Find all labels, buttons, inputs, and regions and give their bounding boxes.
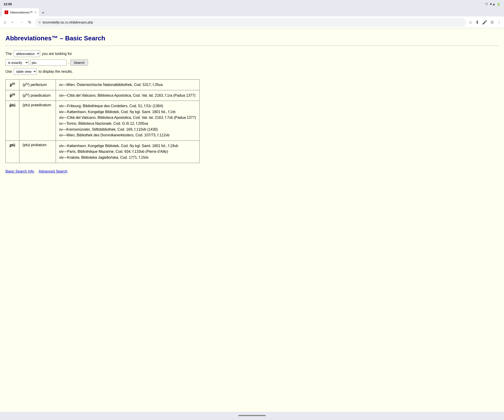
search-prefix-text: The — [6, 52, 12, 56]
tab-close-button[interactable]: × — [34, 11, 36, 14]
abbreviation-symbol: ꝑtū — [6, 80, 19, 90]
abbreviation-symbol: ꝑtū — [6, 140, 19, 163]
tabs-button[interactable]: ① — [490, 20, 494, 25]
nav-bar: ⌂ ← → ↻ ⊙ locomotiefje.isc.ru.nl/abbrevp… — [0, 16, 504, 28]
search-line3: Use table view list view to display the … — [6, 68, 498, 75]
abbreviation-symbol: p̈tū — [6, 101, 19, 141]
search-input[interactable] — [30, 60, 66, 66]
abbreviation-sources: xiv—Città del Vaticano, Biblioteca Apost… — [56, 90, 199, 101]
abbreviation-sources: xiv—Fribourg, Bibliothèque des Cordelier… — [56, 101, 199, 141]
search-line2: is exactly starts with contains ends wit… — [6, 59, 498, 66]
search-line1: The abbreviation expansion you are looki… — [6, 50, 498, 57]
more-button[interactable]: ⋮ — [497, 20, 501, 25]
table-row: p̈tū (ptu) praedicatum xiv—Fribourg, Bib… — [6, 101, 199, 141]
search-button[interactable]: Search — [70, 60, 88, 66]
dot-separator: . — [68, 61, 69, 65]
field-type-select[interactable]: abbreviation expansion — [14, 50, 40, 57]
footer-links: Basic Search Info Advanced Search — [6, 169, 498, 174]
download-button[interactable]: ⬇ — [475, 20, 479, 25]
table-row: ꝑtū (ptu) perfectum xv—Wien, Österreichi… — [6, 80, 199, 90]
shield-icon: 🛡 — [485, 2, 488, 6]
url-text: locomotiefje.isc.ru.nl/abbrevpro.php — [43, 21, 463, 24]
mic-button[interactable]: 🎤 — [482, 20, 487, 25]
page-content: Abbreviationes™ – Basic Search The abbre… — [0, 28, 504, 412]
page-title: Abbreviationes™ – Basic Search — [6, 35, 498, 42]
new-tab-button[interactable]: + — [40, 9, 46, 16]
battery-icon: 🔋 — [497, 2, 500, 6]
nav-right-icons: ☆ ⬇ 🎤 ① ⋮ — [469, 20, 501, 25]
abbreviation-expansion: (ptu) praedicatum — [19, 101, 56, 141]
title-divider — [6, 46, 498, 46]
advanced-search-link[interactable]: Advanced Search — [39, 169, 67, 174]
table-row: ꝑtū (ptu) probatum xiv—København, Kongel… — [6, 140, 199, 163]
abbreviation-expansion: (ptu) probatum — [19, 140, 56, 163]
abbreviation-sources: xiv—København, Kongelige Bibliotek, Cod.… — [56, 140, 199, 163]
table-row: p̈tū (ptu) praedicatum xiv—Città del Vat… — [6, 90, 199, 101]
abbreviation-symbol: p̈tū — [6, 90, 19, 101]
tab-bar: i Abbreviationes™ × + — [0, 8, 504, 16]
results-table: ꝑtū (ptu) perfectum xv—Wien, Österreichi… — [6, 79, 199, 163]
forward-button[interactable]: → — [18, 19, 24, 25]
abbreviation-expansion: (ptu) perfectum — [19, 80, 56, 90]
display-select[interactable]: table view list view — [14, 68, 37, 75]
wifi-icon: ▼▲ — [489, 2, 495, 6]
match-type-select[interactable]: is exactly starts with contains ends wit… — [6, 59, 29, 66]
tab-title: Abbreviationes™ — [10, 11, 33, 14]
abbreviation-expansion: (ptu) praedicatum — [19, 90, 56, 101]
basic-search-info-link[interactable]: Basic Search Info — [6, 169, 34, 174]
refresh-button[interactable]: ↻ — [27, 19, 32, 26]
display-prefix-text: Use — [6, 70, 12, 74]
abbreviation-sources: xv—Wien, Österreichische Nationalbibliot… — [56, 80, 199, 90]
bottom-bar — [0, 412, 504, 419]
browser-chrome: i Abbreviationes™ × + ⌂ ← → ↻ ⊙ locomoti… — [0, 8, 504, 28]
tab-favicon: i — [5, 11, 8, 14]
home-button[interactable]: ⌂ — [3, 19, 7, 25]
url-icon: ⊙ — [38, 21, 41, 24]
back-button[interactable]: ← — [10, 19, 16, 25]
search-suffix-text: you are looking for — [42, 52, 72, 56]
active-tab[interactable]: i Abbreviationes™ × — [2, 8, 39, 16]
status-bar: 12:00 🛡 ▼▲ 🔋 — [0, 0, 504, 8]
star-button[interactable]: ☆ — [469, 20, 472, 25]
bottom-handle — [238, 415, 266, 416]
status-icons: 🛡 ▼▲ 🔋 — [485, 2, 500, 6]
status-time: 12:00 — [4, 2, 12, 6]
display-suffix-text: to display the results. — [39, 70, 73, 74]
address-bar[interactable]: ⊙ locomotiefje.isc.ru.nl/abbrevpro.php — [35, 18, 466, 27]
search-form: The abbreviation expansion you are looki… — [6, 50, 498, 75]
